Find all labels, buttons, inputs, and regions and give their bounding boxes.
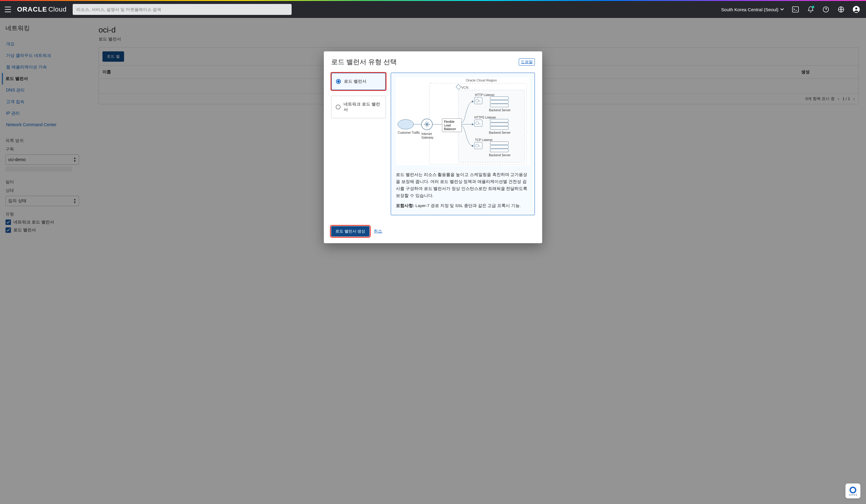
svg-text:VCN: VCN — [461, 86, 468, 89]
svg-point-4 — [855, 7, 857, 10]
svg-rect-33 — [490, 126, 508, 130]
language-button[interactable] — [835, 3, 847, 15]
hamburger-icon — [4, 7, 11, 12]
svg-text:Oracle Cloud Region: Oracle Cloud Region — [466, 78, 497, 82]
svg-rect-31 — [490, 119, 508, 122]
modal-title: 로드 밸런서 유형 선택 — [331, 57, 397, 67]
svg-text:Backend Server: Backend Server — [489, 109, 511, 112]
option-load-balancer[interactable]: 로드 밸런서 — [331, 72, 386, 90]
svg-rect-8 — [456, 85, 461, 90]
region-selector[interactable]: South Korea Central (Seoul) — [719, 7, 786, 12]
svg-text:Backend Server: Backend Server — [489, 131, 511, 134]
svg-rect-32 — [490, 123, 508, 126]
notification-indicator — [812, 6, 814, 8]
modal-footer: 로드 밸런서 생성 취소 — [324, 221, 542, 243]
profile-button[interactable] — [850, 3, 862, 15]
svg-rect-26 — [490, 104, 508, 107]
user-circle-icon — [853, 6, 860, 13]
svg-point-10 — [398, 120, 413, 129]
svg-text:Customer Traffic: Customer Traffic — [398, 131, 420, 134]
option-detail-panel: Oracle Cloud Region VCN Customer Traffic… — [391, 72, 535, 215]
lifebuoy-icon — [850, 487, 856, 493]
radio-selected-icon — [336, 79, 341, 84]
svg-text:HTTP Listener: HTTP Listener — [475, 93, 495, 97]
radio-unselected-icon — [336, 104, 341, 110]
svg-text:TCP Listener: TCP Listener — [475, 138, 493, 142]
svg-rect-0 — [792, 7, 799, 12]
svg-text:HTTPS Listener: HTTPS Listener — [474, 116, 496, 119]
nav-menu-button[interactable] — [2, 3, 14, 15]
svg-text:Backend Server: Backend Server — [489, 154, 511, 157]
chevron-down-icon — [780, 8, 784, 11]
option-lb-label: 로드 밸런서 — [344, 79, 366, 84]
brand-bold: ORACLE — [17, 5, 47, 13]
notifications-button[interactable] — [804, 3, 817, 15]
help-circle-icon — [822, 6, 829, 13]
option-network-load-balancer[interactable]: 네트워크 로드 밸런서 — [331, 96, 386, 118]
modal-help-link[interactable]: 도움말 — [519, 58, 535, 66]
search-input[interactable] — [76, 7, 288, 12]
svg-rect-39 — [490, 142, 508, 145]
code-terminal-icon — [792, 7, 799, 12]
lb-architecture-diagram: Oracle Cloud Region VCN Customer Traffic… — [396, 77, 530, 165]
svg-rect-40 — [490, 145, 508, 148]
global-search[interactable] — [73, 4, 292, 15]
lb-type-modal: 로드 밸런서 유형 선택 도움말 로드 밸런서 네트워크 로드 밸런서 — [324, 52, 542, 243]
app-header: ORACLE Cloud South Korea Central (Seoul) — [0, 1, 866, 18]
svg-text:Load: Load — [444, 124, 451, 127]
option-nlb-label: 네트워크 로드 밸런서 — [344, 102, 381, 112]
help-fab[interactable] — [845, 483, 861, 499]
option-includes: 포함사항: Layer-7 경로 지정 및 SSL 종단과 같은 고급 프록시 … — [396, 202, 530, 210]
svg-text:Gateway: Gateway — [421, 136, 433, 139]
brand-light: Cloud — [48, 5, 67, 13]
region-label: South Korea Central (Seoul) — [721, 7, 778, 12]
modal-header: 로드 밸런서 유형 선택 도움말 — [324, 52, 542, 71]
globe-icon — [838, 6, 844, 13]
option-description: 로드 밸런서는 리소스 활용률을 높이고 스케일링을 촉진하며 고가용성을 보장… — [396, 171, 530, 199]
svg-text:Flexible: Flexible — [444, 120, 455, 123]
svg-rect-25 — [490, 100, 508, 103]
svg-text:Balancer: Balancer — [444, 127, 456, 131]
brand-logo[interactable]: ORACLE Cloud — [17, 5, 67, 13]
option-column: 로드 밸런서 네트워크 로드 밸런서 — [331, 72, 386, 215]
create-lb-button[interactable]: 로드 밸런서 생성 — [331, 226, 369, 236]
cancel-link[interactable]: 취소 — [374, 228, 382, 234]
help-button[interactable] — [820, 3, 832, 15]
svg-text:Internet: Internet — [421, 132, 432, 136]
svg-rect-24 — [490, 97, 508, 100]
dev-tools-button[interactable] — [789, 3, 801, 15]
svg-rect-41 — [490, 149, 508, 152]
modal-overlay[interactable]: 로드 밸런서 유형 선택 도움말 로드 밸런서 네트워크 로드 밸런서 — [0, 18, 866, 504]
